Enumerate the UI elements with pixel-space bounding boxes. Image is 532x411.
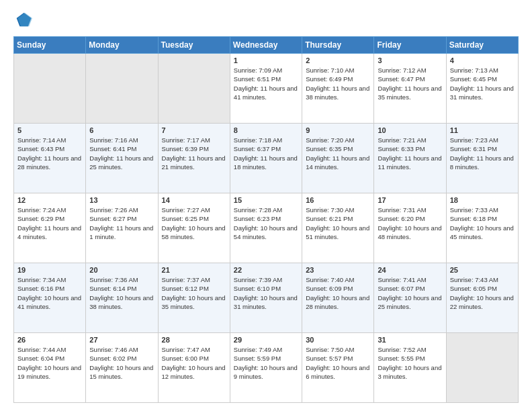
calendar-cell: 6Sunrise: 7:16 AMSunset: 6:41 PMDaylight…	[86, 124, 158, 193]
day-info: Sunrise: 7:24 AMSunset: 6:29 PMDaylight:…	[17, 205, 82, 241]
calendar-cell: 25Sunrise: 7:43 AMSunset: 6:05 PMDayligh…	[446, 263, 518, 333]
day-number: 21	[162, 266, 226, 274]
day-number: 10	[378, 126, 442, 134]
day-number: 8	[234, 126, 298, 134]
calendar-cell: 1Sunrise: 7:09 AMSunset: 6:51 PMDaylight…	[230, 54, 302, 124]
header	[13, 11, 519, 30]
day-number: 3	[378, 56, 442, 64]
day-info: Sunrise: 7:10 AMSunset: 6:49 PMDaylight:…	[306, 66, 370, 101]
day-info: Sunrise: 7:36 AMSunset: 6:14 PMDaylight:…	[89, 275, 154, 311]
day-number: 5	[17, 126, 82, 134]
day-number: 17	[378, 196, 442, 204]
calendar-cell: 22Sunrise: 7:39 AMSunset: 6:10 PMDayligh…	[230, 263, 302, 333]
day-number: 18	[450, 196, 515, 204]
day-info: Sunrise: 7:47 AMSunset: 6:00 PMDaylight:…	[162, 345, 226, 381]
day-number: 19	[17, 266, 82, 274]
day-info: Sunrise: 7:26 AMSunset: 6:27 PMDaylight:…	[89, 205, 154, 241]
day-info: Sunrise: 7:28 AMSunset: 6:23 PMDaylight:…	[234, 205, 298, 241]
day-number: 12	[17, 196, 82, 204]
day-number: 30	[306, 336, 370, 344]
calendar-cell: 9Sunrise: 7:20 AMSunset: 6:35 PMDaylight…	[302, 124, 374, 193]
calendar-cell: 5Sunrise: 7:14 AMSunset: 6:43 PMDaylight…	[14, 124, 86, 193]
calendar-cell: 15Sunrise: 7:28 AMSunset: 6:23 PMDayligh…	[230, 193, 302, 263]
calendar-header-row: SundayMondayTuesdayWednesdayThursdayFrid…	[14, 37, 519, 54]
day-info: Sunrise: 7:31 AMSunset: 6:20 PMDaylight:…	[378, 205, 442, 241]
calendar-cell: 8Sunrise: 7:18 AMSunset: 6:37 PMDaylight…	[230, 124, 302, 193]
day-number: 13	[89, 196, 154, 204]
day-number: 23	[306, 266, 370, 274]
calendar-cell: 18Sunrise: 7:33 AMSunset: 6:18 PMDayligh…	[446, 193, 518, 263]
day-number: 22	[234, 266, 298, 274]
day-header-friday: Friday	[374, 37, 446, 54]
calendar-cell: 3Sunrise: 7:12 AMSunset: 6:47 PMDaylight…	[374, 54, 446, 124]
day-number: 2	[306, 56, 370, 64]
day-info: Sunrise: 7:41 AMSunset: 6:07 PMDaylight:…	[378, 275, 442, 311]
day-info: Sunrise: 7:46 AMSunset: 6:02 PMDaylight:…	[89, 345, 154, 381]
day-number: 20	[89, 266, 154, 274]
day-info: Sunrise: 7:17 AMSunset: 6:39 PMDaylight:…	[162, 136, 226, 171]
calendar-week-2: 5Sunrise: 7:14 AMSunset: 6:43 PMDaylight…	[14, 124, 519, 193]
day-info: Sunrise: 7:23 AMSunset: 6:31 PMDaylight:…	[450, 136, 515, 171]
calendar-week-4: 19Sunrise: 7:34 AMSunset: 6:16 PMDayligh…	[14, 263, 519, 333]
day-number: 26	[17, 336, 82, 344]
calendar-cell: 24Sunrise: 7:41 AMSunset: 6:07 PMDayligh…	[374, 263, 446, 333]
day-number: 28	[162, 336, 226, 344]
calendar-cell: 17Sunrise: 7:31 AMSunset: 6:20 PMDayligh…	[374, 193, 446, 263]
calendar-cell: 12Sunrise: 7:24 AMSunset: 6:29 PMDayligh…	[14, 193, 86, 263]
day-info: Sunrise: 7:13 AMSunset: 6:45 PMDaylight:…	[450, 66, 515, 101]
day-header-sunday: Sunday	[14, 37, 86, 54]
day-info: Sunrise: 7:40 AMSunset: 6:09 PMDaylight:…	[306, 275, 370, 311]
day-number: 6	[89, 126, 154, 134]
calendar-cell	[158, 54, 230, 124]
calendar-cell: 27Sunrise: 7:46 AMSunset: 6:02 PMDayligh…	[86, 333, 158, 403]
day-info: Sunrise: 7:20 AMSunset: 6:35 PMDaylight:…	[306, 136, 370, 171]
day-info: Sunrise: 7:16 AMSunset: 6:41 PMDaylight:…	[89, 136, 154, 171]
calendar-cell: 26Sunrise: 7:44 AMSunset: 6:04 PMDayligh…	[14, 333, 86, 403]
calendar-cell: 23Sunrise: 7:40 AMSunset: 6:09 PMDayligh…	[302, 263, 374, 333]
day-info: Sunrise: 7:52 AMSunset: 5:55 PMDaylight:…	[378, 345, 442, 381]
day-info: Sunrise: 7:14 AMSunset: 6:43 PMDaylight:…	[17, 136, 82, 171]
day-info: Sunrise: 7:50 AMSunset: 5:57 PMDaylight:…	[306, 345, 370, 381]
day-header-thursday: Thursday	[302, 37, 374, 54]
calendar-cell: 7Sunrise: 7:17 AMSunset: 6:39 PMDaylight…	[158, 124, 230, 193]
calendar-cell: 30Sunrise: 7:50 AMSunset: 5:57 PMDayligh…	[302, 333, 374, 403]
day-info: Sunrise: 7:12 AMSunset: 6:47 PMDaylight:…	[378, 66, 442, 101]
calendar-week-5: 26Sunrise: 7:44 AMSunset: 6:04 PMDayligh…	[14, 333, 519, 403]
day-number: 7	[162, 126, 226, 134]
day-number: 11	[450, 126, 515, 134]
day-number: 4	[450, 56, 515, 64]
day-number: 25	[450, 266, 515, 274]
day-info: Sunrise: 7:27 AMSunset: 6:25 PMDaylight:…	[162, 205, 226, 241]
day-number: 31	[378, 336, 442, 344]
calendar-cell	[14, 54, 86, 124]
calendar-cell: 20Sunrise: 7:36 AMSunset: 6:14 PMDayligh…	[86, 263, 158, 333]
calendar-cell: 4Sunrise: 7:13 AMSunset: 6:45 PMDaylight…	[446, 54, 518, 124]
day-number: 1	[234, 56, 298, 64]
day-number: 9	[306, 126, 370, 134]
calendar-cell: 13Sunrise: 7:26 AMSunset: 6:27 PMDayligh…	[86, 193, 158, 263]
day-info: Sunrise: 7:21 AMSunset: 6:33 PMDaylight:…	[378, 136, 442, 171]
day-info: Sunrise: 7:43 AMSunset: 6:05 PMDaylight:…	[450, 275, 515, 311]
day-number: 14	[162, 196, 226, 204]
day-info: Sunrise: 7:30 AMSunset: 6:21 PMDaylight:…	[306, 205, 370, 241]
day-info: Sunrise: 7:09 AMSunset: 6:51 PMDaylight:…	[234, 66, 298, 101]
day-number: 27	[89, 336, 154, 344]
day-info: Sunrise: 7:33 AMSunset: 6:18 PMDaylight:…	[450, 205, 515, 241]
page: SundayMondayTuesdayWednesdayThursdayFrid…	[0, 0, 532, 411]
day-header-saturday: Saturday	[446, 37, 518, 54]
day-header-monday: Monday	[86, 37, 158, 54]
calendar-cell: 31Sunrise: 7:52 AMSunset: 5:55 PMDayligh…	[374, 333, 446, 403]
calendar-week-1: 1Sunrise: 7:09 AMSunset: 6:51 PMDaylight…	[14, 54, 519, 124]
calendar-cell: 28Sunrise: 7:47 AMSunset: 6:00 PMDayligh…	[158, 333, 230, 403]
day-number: 15	[234, 196, 298, 204]
day-info: Sunrise: 7:44 AMSunset: 6:04 PMDaylight:…	[17, 345, 82, 381]
calendar-week-3: 12Sunrise: 7:24 AMSunset: 6:29 PMDayligh…	[14, 193, 519, 263]
day-number: 29	[234, 336, 298, 344]
day-info: Sunrise: 7:18 AMSunset: 6:37 PMDaylight:…	[234, 136, 298, 171]
calendar-cell: 29Sunrise: 7:49 AMSunset: 5:59 PMDayligh…	[230, 333, 302, 403]
day-header-wednesday: Wednesday	[230, 37, 302, 54]
calendar-table: SundayMondayTuesdayWednesdayThursdayFrid…	[13, 36, 519, 403]
day-number: 24	[378, 266, 442, 274]
calendar-cell: 2Sunrise: 7:10 AMSunset: 6:49 PMDaylight…	[302, 54, 374, 124]
calendar-cell: 10Sunrise: 7:21 AMSunset: 6:33 PMDayligh…	[374, 124, 446, 193]
